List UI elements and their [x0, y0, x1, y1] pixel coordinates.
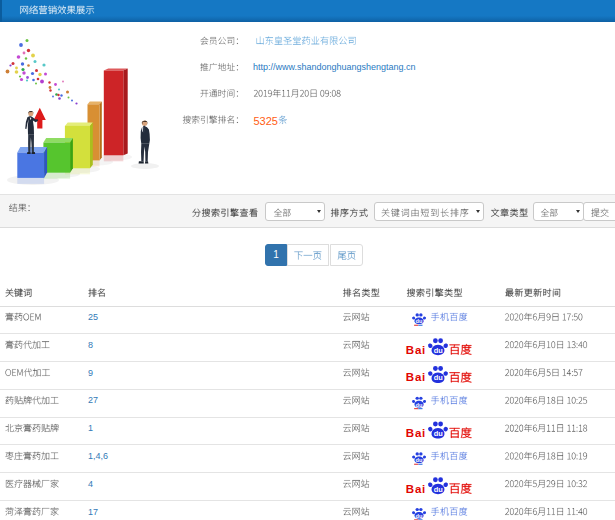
svg-text:du: du [434, 373, 444, 382]
svg-text:du: du [434, 485, 444, 494]
svg-text:Bai: Bai [406, 427, 426, 439]
svg-text:du: du [416, 457, 423, 463]
svg-text:Bai: Bai [406, 344, 426, 356]
svg-text:Bai: Bai [406, 483, 426, 495]
svg-text:du: du [416, 402, 423, 408]
svg-text:Bai: Bai [406, 371, 426, 383]
svg-text:du: du [434, 346, 444, 355]
svg-text:du: du [416, 513, 423, 519]
svg-text:du: du [416, 318, 423, 324]
svg-text:du: du [434, 429, 444, 438]
